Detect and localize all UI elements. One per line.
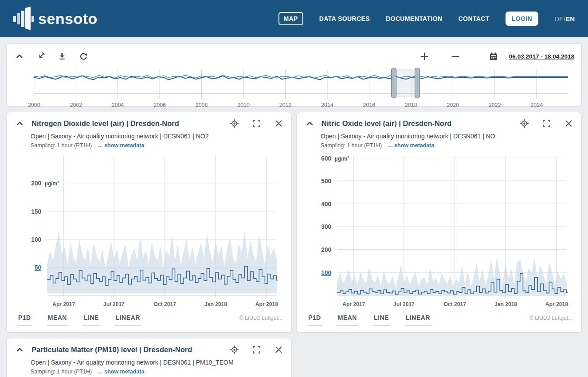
nav-contact[interactable]: CONTACT [459,15,490,22]
fullscreen-icon [542,119,551,128]
x-axis-tick: Jan 2018 [494,300,517,307]
login-button[interactable]: LOGIN [506,12,538,26]
timeline-year-tick: 2014 [321,102,333,108]
nav-documentation[interactable]: DOCUMENTATION [386,15,443,22]
period-button[interactable]: P1D [307,314,322,326]
timeline-brush-handle-left[interactable] [392,68,396,98]
locate-target-icon [230,119,239,128]
scale-button[interactable]: LINEAR [115,314,141,326]
sampling-label: Sampling: 1 hour (PT1H) [321,142,382,149]
x-axis-tick: Jul 2017 [103,300,125,307]
locate-target-icon [520,119,529,128]
x-axis-tick: Jan 2018 [204,300,227,307]
panel-header: Particulate Matter (PM10) level | Dresde… [14,344,284,355]
app-header: sensoto MAP DATA SOURCES DOCUMENTATION C… [0,0,588,37]
lang-en: EN [565,15,575,23]
zoom-in-button[interactable] [419,51,430,62]
timeline-year-tick: 2006 [153,102,166,108]
close-button[interactable] [273,118,284,129]
timeline-brush[interactable] [394,69,417,97]
timeline-year-tick: 2010 [237,102,250,108]
brand-logo-icon [13,6,34,31]
refresh-button[interactable] [78,51,89,62]
y-axis-tick-link[interactable]: 50 [35,263,41,271]
page-content: 06.03.2017 - 18.04.2018 2000200220042006… [0,37,588,377]
y-axis-tick: 300 [321,223,331,231]
chart-type-button[interactable]: LINE [373,314,390,326]
close-button[interactable] [563,118,574,129]
chart-footer: P1D MEAN LINE LINEAR © LfULG Luftgüt... [14,312,284,327]
no2-chart-svg[interactable]: 50100150200µg/m³Apr 2017Jul 2017Oct 2017… [14,150,284,312]
show-metadata-link[interactable]: ... show metadata [98,142,144,149]
panel-header: Nitric Oxide level (air) | Dresden-Nord [304,118,574,129]
chart-footer: P1D MEAN LINE LINEAR © LfULG Luftgüt... [304,312,574,327]
panel-nitrogen-dioxide: Nitrogen Dioxide level (air) | Dresden-N… [6,112,292,333]
fullscreen-button[interactable] [251,344,262,355]
date-range-link[interactable]: 06.03.2017 - 18.04.2018 [509,53,574,60]
fullscreen-icon [252,119,261,128]
locate-button[interactable] [228,344,240,355]
nav-data-sources[interactable]: DATA SOURCES [319,15,370,22]
timeline-overview-svg[interactable]: 2000200220042006200820102012201420162018… [14,66,574,109]
timeline-chart: 2000200220042006200820102012201420162018… [14,66,574,109]
aggregation-button[interactable]: MEAN [337,314,358,326]
period-button[interactable]: P1D [17,314,32,326]
y-axis-tick: 100 [31,236,41,243]
chevron-up-icon [16,120,24,127]
language-switch[interactable]: DE/EN [554,15,575,23]
brand[interactable]: sensoto [13,6,98,31]
y-axis-tick: 150 [31,208,41,215]
x-axis-tick: Apr 2018 [255,300,278,307]
dataset-description: Open | Saxony - Air quality monitoring n… [31,359,284,366]
dataset-description: Open | Saxony - Air quality monitoring n… [31,133,284,140]
main-nav: MAP DATA SOURCES DOCUMENTATION CONTACT L… [278,12,575,26]
y-axis-tick: 400 [321,200,331,208]
locate-button[interactable] [518,118,530,129]
chevron-up-icon [306,120,314,127]
show-metadata-link[interactable]: ... show metadata [98,369,144,375]
locate-target-icon [230,345,239,354]
timeline-year-tick: 2020 [447,102,459,108]
chart-area: 50100150200µg/m³Apr 2017Jul 2017Oct 2017… [14,150,284,312]
zoom-out-button[interactable] [450,51,461,62]
dataset-description: Open | Saxony - Air quality monitoring n… [321,133,574,140]
timeline-year-tick: 2004 [112,102,124,108]
y-axis-unit: µg/m³ [45,180,59,187]
collapse-panel-button[interactable] [14,344,25,355]
y-axis-tick: 200 [31,180,41,187]
close-icon [274,346,283,354]
y-axis-tick-link[interactable]: 100 [321,269,331,276]
nav-map[interactable]: MAP [278,12,303,25]
fullscreen-button[interactable] [541,118,552,129]
locate-button[interactable] [228,118,240,129]
no-chart-svg[interactable]: 100200300400500600µg/m³Apr 2017Jul 2017O… [304,150,574,312]
timeline-brush-handle-right[interactable] [415,68,420,98]
panel-title: Particulate Matter (PM10) level | Dresde… [31,346,228,354]
collapse-panel-button[interactable] [14,118,25,129]
scale-button[interactable]: LINEAR [405,314,431,326]
sampling-label: Sampling: 1 hour (PT1H) [31,142,92,149]
collapse-panel-button[interactable] [304,118,315,129]
minus-icon [451,52,460,61]
y-axis-unit: µg/m³ [335,155,349,162]
close-icon [274,119,283,128]
lang-de[interactable]: DE/ [554,15,565,23]
calendar-button[interactable] [488,51,499,62]
compress-arrow-icon [37,52,45,60]
x-axis-tick: Apr 2017 [52,300,75,307]
aggregation-button[interactable]: MEAN [47,314,68,326]
panel-particulate-matter: Particulate Matter (PM10) level | Dresde… [6,338,292,377]
x-axis-tick: Oct 2017 [444,300,466,307]
collapse-panel-button[interactable] [14,51,25,62]
y-axis-tick: 600 [321,154,331,162]
timeline-year-tick: 2022 [489,102,501,108]
chart-type-button[interactable]: LINE [83,314,100,326]
compress-button[interactable] [35,51,47,62]
download-button[interactable] [56,51,68,62]
close-button[interactable] [273,344,284,355]
timeline-toolbar: 06.03.2017 - 18.04.2018 [14,48,574,64]
timeline-year-tick: 2008 [196,102,208,108]
fullscreen-button[interactable] [251,118,262,129]
close-icon [564,119,573,128]
show-metadata-link[interactable]: ... show metadata [388,142,434,149]
